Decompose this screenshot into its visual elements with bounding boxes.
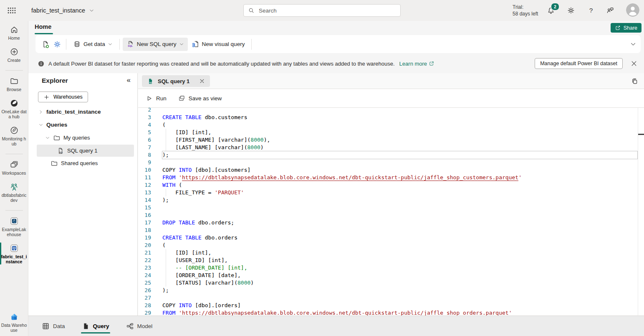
line-number: 12 <box>138 181 151 189</box>
visual-query-icon <box>192 40 200 48</box>
query-editor-region: SQL SQL query 1 Run Save as view 23CREAT… <box>138 73 644 316</box>
line-number: 14 <box>138 196 151 204</box>
bottom-tab-query[interactable]: Query <box>81 316 110 336</box>
tree-item-label: My queries <box>63 135 90 141</box>
help-icon[interactable]: ? <box>587 6 595 15</box>
chevron-right-icon[interactable] <box>38 109 43 115</box>
tab-home[interactable]: Home <box>35 23 51 30</box>
line-number: 17 <box>138 219 151 227</box>
code-text: CREATE TABLE dbo.customers <box>162 114 247 121</box>
bottom-tab-model[interactable]: Model <box>125 316 154 336</box>
search-input[interactable] <box>258 7 396 14</box>
tree-item-queries[interactable]: Queries <box>28 119 137 131</box>
code-line: 13 FILE_TYPE = 'PARQUET' <box>138 189 638 196</box>
share-button[interactable]: Share <box>611 23 641 33</box>
table-icon <box>42 322 50 330</box>
sql-code-editor[interactable]: 23CREATE TABLE dbo.customers4(5 [ID] [in… <box>138 108 644 316</box>
waffle-menu-icon[interactable] <box>7 5 17 15</box>
nav-item-dbtlabsfabricdev[interactable]: dbtlabsfabricdev <box>0 182 28 203</box>
settings-gear-icon[interactable] <box>567 6 575 15</box>
svg-text:SQL: SQL <box>128 45 133 47</box>
code-line: 10COPY INTO [dbo].[customers] <box>138 166 638 174</box>
line-number: 21 <box>138 249 151 257</box>
nav-divider <box>5 210 23 211</box>
line-number: 29 <box>138 309 151 316</box>
line-number: 9 <box>138 159 151 166</box>
current-line-highlight <box>162 151 638 159</box>
tree-item-fabric-test-instance[interactable]: fabric_test_instance <box>28 106 137 118</box>
home-icon <box>10 25 19 34</box>
editor-settings-button[interactable] <box>51 38 63 50</box>
settings-gear-icon <box>53 40 61 48</box>
collapse-toolbar-icon[interactable] <box>630 41 636 48</box>
bottom-tab-data[interactable]: Data <box>41 316 66 336</box>
explorer-search-icon[interactable] <box>122 93 129 101</box>
line-number: 18 <box>138 227 151 234</box>
nav-item-monitoring-hub[interactable]: Monitoring hub <box>0 126 28 146</box>
nav-item-workspaces[interactable]: Workspaces <box>0 160 28 176</box>
create-icon <box>10 47 19 56</box>
code-line: 15 <box>138 204 638 211</box>
nav-item-browse[interactable]: Browse <box>0 76 28 92</box>
bottom-tab-label: Model <box>137 323 153 329</box>
new-report-button[interactable] <box>40 38 51 50</box>
user-avatar[interactable] <box>626 3 639 17</box>
nav-item-create[interactable]: Create <box>0 47 28 63</box>
tree-item-sql-query-1[interactable]: SQLSQL query 1 <box>37 145 134 157</box>
nav-item-home[interactable]: Home <box>0 25 28 41</box>
folder-icon <box>53 134 61 142</box>
chevron-down-icon[interactable] <box>38 122 43 127</box>
svg-text:SQL: SQL <box>149 81 153 84</box>
code-text: FROM 'https://dbtlabsynapsedatalake.blob… <box>162 174 522 181</box>
tree-item-my-queries[interactable]: My queries <box>28 132 137 144</box>
nav-item-examplelakehouse[interactable]: ExampleLakehouse <box>0 216 28 237</box>
global-search[interactable] <box>243 4 401 17</box>
toolbar-divider <box>66 39 66 50</box>
collapse-panel-icon[interactable]: « <box>127 76 131 84</box>
chevron-down-icon <box>89 8 94 13</box>
code-text: COPY INTO [dbo].[customers] <box>162 166 250 174</box>
code-line: 21 [ID] [int], <box>138 249 638 257</box>
get-data-button[interactable]: Get data <box>69 38 116 51</box>
learn-more-link[interactable]: Learn more <box>399 61 434 67</box>
new-sql-query-button[interactable]: SQLNew SQL query <box>123 38 188 51</box>
line-number: 23 <box>138 264 151 272</box>
toolbar-divider <box>119 39 120 50</box>
new-visual-query-button[interactable]: New visual query <box>188 38 249 51</box>
nav-item-fabric-test-instance[interactable]: fabric_test_instance <box>0 244 28 264</box>
code-line: 17DROP TABLE dbo.orders; <box>138 219 638 227</box>
save-as-view-button[interactable]: Save as view <box>178 95 222 102</box>
line-number: 10 <box>138 166 151 174</box>
run-button[interactable]: Run <box>146 95 167 102</box>
close-tab-icon[interactable] <box>199 78 205 84</box>
nav-item-label: ExampleLakehouse <box>1 227 27 237</box>
feedback-icon[interactable] <box>606 6 614 15</box>
bottom-view-tabs: DataQueryModel <box>28 316 644 336</box>
code-text: [ID] [int], <box>162 129 211 136</box>
chevron-down-icon[interactable] <box>45 135 50 140</box>
nav-item-label: Create <box>8 58 21 63</box>
code-text: COPY INTO [dbo].[orders] <box>162 302 241 309</box>
manage-default-dataset-button[interactable]: Manage default Power BI dataset <box>535 58 623 69</box>
chevron-down-icon <box>179 42 184 47</box>
code-line: 2 <box>138 108 638 114</box>
sql-file-green-icon: SQL <box>147 78 154 85</box>
nav-item-onelake-data-hub[interactable]: OneLake data hub <box>0 99 28 119</box>
workspace-switcher[interactable]: fabric_test_instance <box>31 0 94 21</box>
share-button-label: Share <box>624 25 637 31</box>
info-icon <box>38 60 45 67</box>
ribbon-tab-row: Home Share <box>28 21 644 35</box>
line-number: 11 <box>138 174 151 181</box>
code-text: ); <box>162 196 169 204</box>
active-tab-underline <box>35 33 53 34</box>
code-text: FROM 'https://dbtlabsynapsedatalake.blob… <box>162 309 512 316</box>
nav-item-data-warehouse[interactable]: Data Warehouse <box>0 312 28 333</box>
add-warehouses-button[interactable]: Warehouses <box>38 92 88 102</box>
tab-sql-query-1[interactable]: SQL SQL query 1 <box>142 75 210 87</box>
banner-close-icon[interactable] <box>630 59 638 68</box>
tree-item-shared-queries[interactable]: Shared queries <box>28 157 137 169</box>
line-number: 22 <box>138 257 151 264</box>
svg-text:SQL: SQL <box>59 151 63 153</box>
copy-icon[interactable] <box>631 77 639 85</box>
code-text: ( <box>162 242 166 249</box>
